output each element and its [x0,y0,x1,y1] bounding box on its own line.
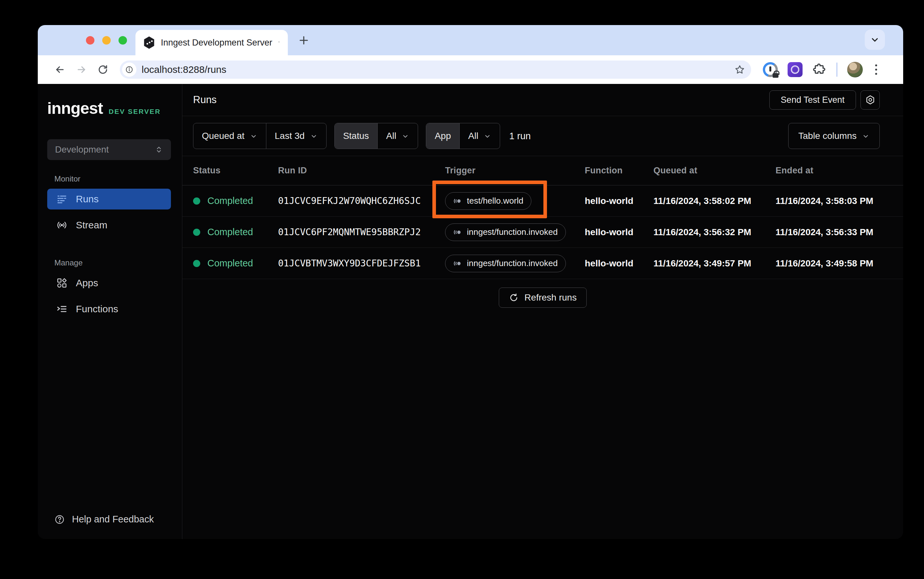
purple-extension-icon[interactable] [788,62,803,77]
sidebar: inngest DEV SERVER Development MonitorRu… [38,84,182,539]
sidebar-item-label: Stream [76,219,107,231]
sidebar-item-label: Apps [76,278,98,288]
reload-button[interactable] [94,61,112,79]
trigger-event-pill[interactable]: inngest/function.invoked [445,255,566,272]
browser-tab-strip: Inngest Development Server [38,25,903,55]
runs-icon [56,193,67,204]
app-content: inngest DEV SERVER Development MonitorRu… [38,84,903,539]
profile-avatar[interactable] [847,62,863,77]
queued-at-cell: 11/16/2024, 3:49:57 PM [653,258,776,269]
settings-gear-button[interactable] [860,90,880,110]
inngest-logo: inngest [47,99,103,118]
run-status-cell: Completed [193,196,278,206]
column-header-run-id: Run ID [278,165,445,176]
minimize-window-button[interactable] [102,36,111,44]
chevron-down-icon [484,132,491,140]
refresh-runs-button[interactable]: Refresh runs [499,288,587,308]
app-filter-dropdown[interactable]: All [460,123,500,149]
status-filter-label: Status [335,123,377,149]
refresh-icon [509,293,519,303]
status-completed-dot-icon [193,198,200,204]
sidebar-item-runs[interactable]: Runs [47,189,171,209]
site-info-icon[interactable] [122,62,136,77]
environment-select-value: Development [55,144,109,155]
new-tab-button[interactable] [297,34,310,46]
tab-close-icon[interactable] [278,38,280,47]
time-field-label: Queued at [202,131,245,141]
sidebar-item-functions[interactable]: Functions [47,299,171,319]
time-range-dropdown[interactable]: Last 3d [266,123,326,149]
extension-area [763,62,880,77]
trigger-event-name: test/hello.world [467,196,523,206]
run-id-cell: 01JCVC6PF2MQNMTWE95BBRZPJ2 [278,227,445,237]
table-row[interactable]: Completed01JCVBTMV3WXY9D3CFDEJFZSB1innge… [182,248,903,279]
table-columns-button[interactable]: Table columns [788,123,880,149]
column-header-function: Function [585,165,653,176]
bookmark-star-icon[interactable] [734,64,745,75]
toolbar-divider [836,62,837,77]
close-window-button[interactable] [86,36,94,44]
ended-at-cell: 11/16/2024, 3:56:33 PM [776,227,887,237]
trigger-cell: test/hello.world [445,192,585,210]
status-label: Completed [207,227,253,237]
queued-at-cell: 11/16/2024, 3:58:02 PM [653,196,776,206]
time-range-value: Last 3d [275,131,305,141]
app-filter-value: All [468,131,478,141]
event-broadcast-icon [453,196,462,206]
status-label: Completed [207,258,253,269]
function-cell: hello-world [585,227,653,237]
sidebar-item-help-and-feedback[interactable]: Help and Feedback [54,514,182,525]
run-id-cell: 01JCVC9EFKJ2W70WQHC6ZH6SJC [278,196,445,206]
run-status-cell: Completed [193,258,278,269]
run-id-cell: 01JCVBTMV3WXY9D3CFDEJFZSB1 [278,258,445,269]
sidebar-item-label: Functions [76,304,118,314]
nav-section-manage: Manage [54,258,182,267]
zoom-window-button[interactable] [118,36,127,44]
column-header-status: Status [193,165,278,176]
browser-menu-icon[interactable] [873,64,880,75]
chevron-down-icon [250,132,258,140]
column-header-trigger: Trigger [445,165,585,176]
back-button[interactable] [51,61,69,79]
window-controls [86,36,127,44]
password-manager-extension-icon[interactable] [763,62,778,77]
trigger-event-pill[interactable]: test/hello.world [445,192,531,210]
send-test-event-button[interactable]: Send Test Event [769,90,856,110]
sidebar-item-label: Runs [76,193,98,204]
status-completed-dot-icon [193,229,200,236]
tab-search-button[interactable] [865,29,885,50]
refresh-runs-label: Refresh runs [525,293,577,303]
functions-icon [56,304,67,314]
filter-bar: Queued at Last 3d Status [182,116,903,156]
run-status-cell: Completed [193,227,278,237]
help-label: Help and Feedback [72,514,154,525]
ended-at-cell: 11/16/2024, 3:58:03 PM [776,196,887,206]
ended-at-cell: 11/16/2024, 3:49:58 PM [776,258,887,269]
select-stepper-icon [155,146,163,154]
url-bar[interactable]: localhost:8288/runs [120,61,751,79]
time-filter-group: Queued at Last 3d [193,123,327,149]
trigger-event-pill[interactable]: inngest/function.invoked [445,224,566,241]
status-label: Completed [207,196,253,206]
status-filter-dropdown[interactable]: All [377,123,418,149]
forward-button[interactable] [72,61,90,79]
time-field-dropdown[interactable]: Queued at [194,123,266,149]
status-filter-group: Status All [334,123,419,149]
logo: inngest DEV SERVER [47,99,182,118]
event-broadcast-icon [453,228,462,237]
column-header-queued-at: Queued at [653,165,776,176]
status-completed-dot-icon [193,260,200,267]
status-filter-value: All [386,131,396,141]
browser-tab[interactable]: Inngest Development Server [135,30,288,55]
extensions-puzzle-icon[interactable] [812,62,827,77]
browser-toolbar: localhost:8288/runs [38,55,903,84]
table-row[interactable]: Completed01JCVC9EFKJ2W70WQHC6ZH6SJCtest/… [182,185,903,217]
sidebar-item-apps[interactable]: Apps [47,273,171,293]
sidebar-item-stream[interactable]: Stream [47,215,171,236]
help-icon [54,514,65,525]
table-row[interactable]: Completed01JCVC6PF2MQNMTWE95BBRZPJ2innge… [182,217,903,248]
trigger-cell: inngest/function.invoked [445,224,585,241]
trigger-cell: inngest/function.invoked [445,255,585,272]
environment-select[interactable]: Development [47,139,171,160]
desktop-background: Inngest Development Server [0,0,924,579]
